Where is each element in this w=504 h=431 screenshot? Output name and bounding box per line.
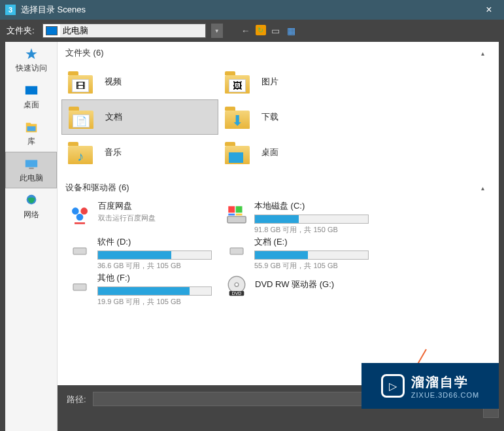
drive-icon xyxy=(225,203,248,226)
folder-label: 音乐 xyxy=(105,147,122,158)
group-header-label: 设备和驱动器 (6) xyxy=(65,182,129,194)
drive-icon xyxy=(225,239,248,262)
libraries-icon xyxy=(22,120,41,135)
drive-sub: 55.9 GB 可用，共 105 GB xyxy=(254,261,369,271)
sidebar-item-label: 快速访问 xyxy=(16,63,47,74)
sidebar-item-label: 库 xyxy=(27,136,35,147)
svg-rect-13 xyxy=(235,214,242,216)
svg-point-6 xyxy=(80,207,88,215)
desktop-icon xyxy=(22,84,41,98)
sidebar-item-libraries[interactable]: 库 xyxy=(5,115,57,152)
drive-name: 软件 (D:) xyxy=(97,236,212,248)
folder-label: 图片 xyxy=(261,76,278,88)
drive-item-baidu[interactable]: 百度网盘 双击运行百度网盘 xyxy=(61,199,218,235)
drive-name: 百度网盘 xyxy=(98,200,212,212)
svg-rect-2 xyxy=(25,160,37,167)
svg-rect-0 xyxy=(25,86,37,94)
drive-name: 其他 (F:) xyxy=(97,272,212,284)
folder-icon: 🖼 xyxy=(225,70,251,94)
drive-name: 文档 (E:) xyxy=(254,236,369,248)
folder-icon: 📄 xyxy=(69,105,95,129)
drive-sub: 36.6 GB 可用，共 105 GB xyxy=(97,261,212,271)
dialog-body: 快速访问 桌面 库 此电脑 网络 文件夹 (6) xyxy=(5,42,499,431)
sidebar-item-network[interactable]: 网络 xyxy=(5,188,57,225)
pc-icon xyxy=(22,157,41,171)
folder-item-documents[interactable]: 📄 文档 xyxy=(61,99,218,135)
folder-label: 文档 xyxy=(105,111,122,123)
drive-sub: 91.8 GB 可用，共 150 GB xyxy=(254,225,369,235)
chevron-up-icon: ▴ xyxy=(481,184,484,192)
svg-rect-14 xyxy=(73,248,86,254)
sidebar-item-label: 网络 xyxy=(24,209,39,220)
close-button[interactable]: × xyxy=(479,4,499,16)
drive-item-f[interactable]: 其他 (F:) 19.9 GB 可用，共 105 GB xyxy=(61,271,218,307)
svg-rect-15 xyxy=(230,248,243,254)
folder-item-desktop[interactable]: 桌面 xyxy=(218,135,375,170)
folder-label: 视频 xyxy=(105,76,122,88)
svg-point-18 xyxy=(235,283,239,286)
folder-icon: ⬇ xyxy=(225,105,251,129)
folder-item-downloads[interactable]: ⬇ 下载 xyxy=(218,99,375,135)
drive-sub: 19.9 GB 可用，共 105 GB xyxy=(97,297,212,307)
sidebar-item-quick-access[interactable]: 快速访问 xyxy=(5,42,57,78)
drive-item-e[interactable]: 文档 (E:) 55.9 GB 可用，共 105 GB xyxy=(218,235,375,271)
svg-rect-3 xyxy=(29,167,33,169)
star-icon xyxy=(22,47,41,61)
svg-rect-8 xyxy=(75,222,85,224)
drive-sub: 双击运行百度网盘 xyxy=(98,213,212,223)
path-label: 路径: xyxy=(67,394,86,405)
folder-item-pictures[interactable]: 🖼 图片 xyxy=(218,64,375,99)
sidebar-item-label: 桌面 xyxy=(24,99,39,111)
drive-usage-bar xyxy=(97,286,212,296)
svg-rect-11 xyxy=(235,206,242,213)
group-header-folders[interactable]: 文件夹 (6) ▴ xyxy=(58,42,499,61)
play-icon: ▷ xyxy=(381,374,405,398)
watermark-title: 溜溜自学 xyxy=(411,373,479,391)
app-icon: 3 xyxy=(5,5,16,15)
folder-icon: ♪ xyxy=(68,141,94,164)
sidebar-item-label: 此电脑 xyxy=(20,173,43,184)
folder-icon: 🎞 xyxy=(68,70,94,94)
sidebar-item-this-pc[interactable]: 此电脑 xyxy=(5,152,57,188)
up-icon[interactable]: ↻ xyxy=(256,25,266,35)
drive-icon xyxy=(68,275,91,298)
view-icon[interactable]: ▦ xyxy=(286,25,297,37)
drives-grid: 百度网盘 双击运行百度网盘 本地磁盘 (C:) 91.8 GB 可用，共 150… xyxy=(58,196,499,309)
folder-label: 文件夹: xyxy=(7,25,35,37)
network-icon xyxy=(22,194,41,208)
drive-item-d[interactable]: 软件 (D:) 36.6 GB 可用，共 105 GB xyxy=(61,235,218,271)
content-pane: 文件夹 (6) ▴ 🎞 视频 🖼 图片 📄 文档 ⬇ 下载 xyxy=(58,42,499,431)
folder-item-music[interactable]: ♪ 音乐 xyxy=(61,135,218,170)
svg-rect-1 xyxy=(27,126,35,131)
svg-rect-9 xyxy=(227,216,245,223)
drive-usage-bar xyxy=(97,250,212,260)
dvd-icon: DVD xyxy=(225,275,248,298)
chevron-up-icon: ▴ xyxy=(481,50,484,57)
dialog-window: 3 选择目录 Scenes × 文件夹: ▼ ← ↻ ▭ ▦ 快速访问 桌面 xyxy=(0,0,504,431)
toolbar: 文件夹: ▼ ← ↻ ▭ ▦ xyxy=(0,20,504,42)
sidebar-item-desktop[interactable]: 桌面 xyxy=(5,78,57,115)
baidu-icon xyxy=(68,203,92,226)
new-folder-icon[interactable]: ▭ xyxy=(270,25,282,37)
titlebar: 3 选择目录 Scenes × xyxy=(0,0,504,20)
places-sidebar: 快速访问 桌面 库 此电脑 网络 xyxy=(5,42,58,431)
watermark-url: ZIXUE.3D66.COM xyxy=(411,391,479,399)
folder-item-videos[interactable]: 🎞 视频 xyxy=(61,64,218,99)
window-title: 选择目录 Scenes xyxy=(21,4,479,16)
path-input[interactable] xyxy=(60,24,205,37)
drive-item-dvd[interactable]: DVD DVD RW 驱动器 (G:) xyxy=(218,271,375,307)
folders-grid: 🎞 视频 🖼 图片 📄 文档 ⬇ 下载 ♪ 音乐 xyxy=(58,61,499,177)
drive-name: 本地磁盘 (C:) xyxy=(254,200,369,212)
drive-usage-bar xyxy=(254,250,369,260)
drive-usage-bar xyxy=(254,215,369,224)
svg-point-5 xyxy=(72,207,79,215)
path-combo[interactable] xyxy=(42,24,206,38)
group-header-label: 文件夹 (6) xyxy=(65,47,104,59)
group-header-devices[interactable]: 设备和驱动器 (6) ▴ xyxy=(58,177,499,196)
folder-icon xyxy=(225,141,251,164)
drive-item-c[interactable]: 本地磁盘 (C:) 91.8 GB 可用，共 150 GB xyxy=(218,199,375,235)
back-icon[interactable]: ← xyxy=(240,25,252,37)
drive-name: DVD RW 驱动器 (G:) xyxy=(255,279,369,290)
pc-icon xyxy=(46,26,58,35)
dropdown-button[interactable]: ▼ xyxy=(211,24,223,38)
